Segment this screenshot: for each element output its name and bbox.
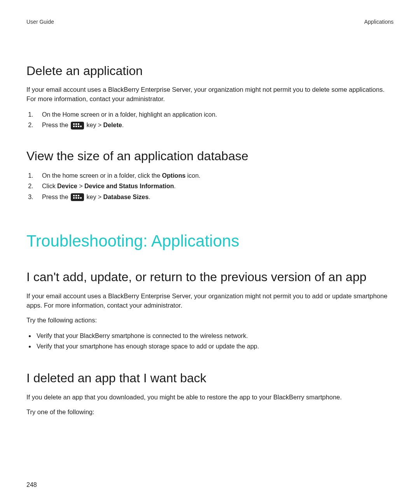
step-text: On the Home screen or in a folder, highl… [42, 111, 217, 118]
blackberry-key-icon [71, 122, 84, 130]
step-text: . [149, 194, 150, 200]
paragraph: Try one of the following: [26, 408, 394, 417]
step-bold: Database Sizes [103, 194, 149, 200]
heading-deleted-app-back: I deleted an app that I want back [26, 370, 394, 386]
list-item: Press the key > Database Sizes. [35, 192, 394, 202]
blackberry-key-icon [71, 193, 84, 201]
paragraph: If you delete an app that you downloaded… [26, 393, 394, 402]
steps-view-db-size: On the home screen or in a folder, click… [26, 170, 394, 202]
step-text: key > [85, 122, 103, 128]
header-right: Applications [364, 19, 394, 25]
list-item: On the home screen or in a folder, click… [35, 170, 394, 181]
step-text: key > [85, 194, 103, 200]
bullets-try-actions: Verify that your BlackBerry smartphone i… [26, 331, 394, 352]
step-bold: Delete [103, 122, 122, 128]
heading-delete-app: Delete an application [26, 64, 394, 78]
list-item: Verify that your smartphone has enough s… [35, 341, 394, 352]
paragraph: Try the following actions: [26, 316, 394, 325]
step-text: On the home screen or in a folder, click… [42, 172, 162, 179]
step-text: > [77, 183, 84, 189]
step-text: . [174, 183, 175, 189]
step-bold: Device and Status Information [84, 183, 174, 189]
page-header: User Guide Applications [26, 19, 394, 25]
page-number: 248 [26, 481, 37, 488]
step-bold: Options [162, 172, 186, 179]
step-text: Click [42, 183, 57, 189]
paragraph: If your email account uses a BlackBerry … [26, 292, 394, 310]
list-item: Verify that your BlackBerry smartphone i… [35, 331, 394, 341]
heading-view-db-size: View the size of an application database [26, 149, 394, 163]
bullet-text: Verify that your BlackBerry smartphone i… [37, 332, 248, 339]
step-text: . [122, 122, 124, 128]
header-left: User Guide [26, 19, 54, 25]
steps-delete-app: On the Home screen or in a folder, highl… [26, 109, 394, 130]
step-text: icon. [186, 172, 200, 179]
list-item: Press the key > Delete. [35, 120, 394, 130]
list-item: On the Home screen or in a folder, highl… [35, 109, 394, 120]
step-bold: Device [57, 183, 77, 189]
heading-troubleshooting: Troubleshooting: Applications [26, 232, 394, 250]
bullet-text: Verify that your smartphone has enough s… [37, 343, 259, 350]
step-text: Press the [42, 122, 70, 128]
heading-cant-add-update: I can't add, update, or return to the pr… [26, 269, 394, 285]
paragraph: If your email account uses a BlackBerry … [26, 85, 394, 104]
step-text: Press the [42, 194, 70, 200]
list-item: Click Device > Device and Status Informa… [35, 181, 394, 191]
